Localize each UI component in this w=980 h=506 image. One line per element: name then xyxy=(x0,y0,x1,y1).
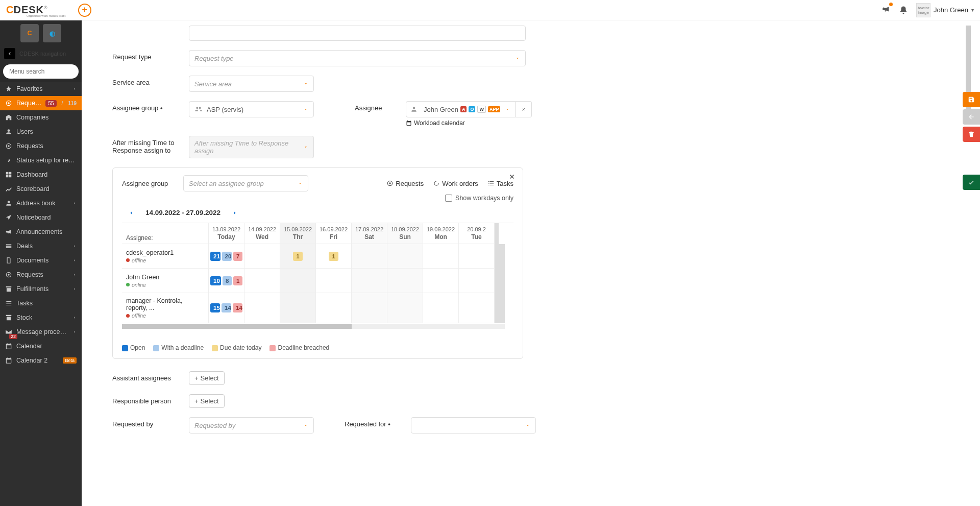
workload-chip[interactable]: 15 xyxy=(210,303,220,312)
chevron-right-icon xyxy=(72,316,77,320)
sidebar-item-calendar[interactable]: Calendar xyxy=(0,339,82,353)
cal-cell[interactable] xyxy=(244,244,280,269)
sidebar-item-requests[interactable]: Requests xyxy=(0,139,82,153)
back-button[interactable] xyxy=(963,109,980,125)
show-workdays-checkbox[interactable]: Show workdays only xyxy=(445,195,513,202)
sidebar-item-message-processing[interactable]: Message processing22 xyxy=(0,325,82,339)
cal-cell[interactable] xyxy=(459,269,495,293)
cal-cell[interactable] xyxy=(423,269,459,293)
sidebar-item-address-book[interactable]: Address book xyxy=(0,196,82,210)
workload-chip[interactable]: 10 xyxy=(210,276,221,285)
request-type-select[interactable]: Request type xyxy=(189,50,526,66)
cal-cell[interactable] xyxy=(244,269,280,293)
sidebar-item-users[interactable]: Users xyxy=(0,125,82,139)
cal-cell[interactable] xyxy=(423,244,459,269)
sidebar-item-calendar-2[interactable]: Calendar 2Beta xyxy=(0,353,82,368)
chevron-right-icon xyxy=(72,201,77,205)
menu-search-input[interactable] xyxy=(3,64,79,79)
cal-row-label: manager - Kontrola, reporty, ...offline xyxy=(122,293,209,323)
cal-workorders-link[interactable]: Work orders xyxy=(433,180,478,187)
requested-by-select[interactable]: Requested by xyxy=(189,417,314,433)
cal-cell[interactable]: 1 xyxy=(316,244,352,269)
cal-vscroll[interactable] xyxy=(495,293,505,323)
cal-assignee-group-select[interactable]: Select an assignee group xyxy=(183,175,308,191)
cal-vscroll[interactable] xyxy=(495,223,499,244)
workload-chip[interactable]: 14 xyxy=(222,303,231,312)
target-icon xyxy=(386,180,394,187)
workload-chip[interactable]: 7 xyxy=(233,252,242,261)
prev-week-button[interactable] xyxy=(128,210,134,216)
workload-chip[interactable]: 20 xyxy=(222,252,232,261)
cal-cell[interactable]: 151414 xyxy=(209,293,244,323)
workload-chip[interactable]: 14 xyxy=(233,303,242,312)
assistant-select-button[interactable]: +Select xyxy=(189,371,225,385)
top-empty-field[interactable] xyxy=(189,26,526,41)
workload-chip[interactable]: 8 xyxy=(223,276,232,285)
cal-requests-link[interactable]: Requests xyxy=(386,180,424,187)
cal-cell[interactable] xyxy=(352,244,387,269)
cal-cell[interactable] xyxy=(387,293,423,323)
sidebar-item-dashboard[interactable]: Dashboard xyxy=(0,167,82,182)
next-week-button[interactable] xyxy=(232,210,238,216)
assignee-select[interactable]: John Green A O W APP xyxy=(406,101,516,117)
cal-cell[interactable] xyxy=(280,293,316,323)
clear-assignee-button[interactable] xyxy=(516,101,532,117)
sidebar-item-companies[interactable]: Companies xyxy=(0,110,82,125)
sidebar-item-announcements[interactable]: Announcements xyxy=(0,225,82,239)
bell-icon[interactable] xyxy=(899,6,908,15)
app-c-button[interactable]: C xyxy=(20,24,39,42)
cal-cell[interactable]: 1 xyxy=(280,244,316,269)
sidebar-item-scoreboard[interactable]: Scoreboard xyxy=(0,182,82,196)
user-menu[interactable]: Avatar image John Green ▾ xyxy=(916,3,974,17)
after-missing-select[interactable]: After missing Time to Response assign xyxy=(189,136,314,158)
cal-vscroll[interactable] xyxy=(495,269,505,293)
requested-for-select[interactable] xyxy=(411,417,536,433)
delete-button[interactable] xyxy=(963,127,980,142)
sidebar-item-documents[interactable]: Documents xyxy=(0,253,82,268)
sidebar-item-stock[interactable]: Stock xyxy=(0,310,82,325)
cal-column-header: 19.09.2022Mon xyxy=(423,223,459,244)
sidebar-item-status-setup-for-request[interactable]: Status setup for request xyxy=(0,153,82,167)
confirm-button[interactable] xyxy=(963,175,980,190)
collapse-sidebar-button[interactable] xyxy=(4,48,15,59)
workload-chip[interactable]: 1 xyxy=(233,276,242,285)
service-area-select[interactable]: Service area xyxy=(189,76,314,92)
cal-cell[interactable] xyxy=(316,293,352,323)
workload-chip[interactable]: 1 xyxy=(329,252,338,261)
cal-cell[interactable]: 1081 xyxy=(209,269,244,293)
add-button[interactable]: + xyxy=(78,4,91,17)
responsible-select-button[interactable]: +Select xyxy=(189,394,225,408)
cal-cell[interactable] xyxy=(387,269,423,293)
cal-cell[interactable] xyxy=(459,293,495,323)
cal-cell[interactable] xyxy=(280,269,316,293)
announcements-icon[interactable] xyxy=(881,5,891,16)
sidebar-item-requests[interactable]: Requests55/119 xyxy=(0,96,82,110)
app-o-button[interactable]: ◐ xyxy=(43,24,61,42)
cal-cell[interactable] xyxy=(352,293,387,323)
cal-cell[interactable] xyxy=(244,293,280,323)
sidebar-item-label: Companies xyxy=(16,114,77,121)
cal-hscroll[interactable] xyxy=(122,324,505,329)
cal-cell[interactable] xyxy=(352,269,387,293)
assignee-group-select[interactable]: ASP (servis) xyxy=(189,101,314,117)
cal-row-label: John Greenonline xyxy=(122,269,209,293)
sidebar-item-favorites[interactable]: Favorites xyxy=(0,82,82,96)
cal-vscroll[interactable] xyxy=(495,244,505,269)
cal-cell[interactable] xyxy=(459,244,495,269)
cal-cell[interactable] xyxy=(316,269,352,293)
sidebar-item-fulfillments[interactable]: Fulfillments xyxy=(0,282,82,296)
workload-chip[interactable]: 21 xyxy=(210,252,220,261)
cal-cell[interactable] xyxy=(387,244,423,269)
cal-cell[interactable] xyxy=(423,293,459,323)
cal-cell[interactable]: 21207 xyxy=(209,244,244,269)
sidebar-item-label: Message processing xyxy=(16,328,68,335)
sidebar-item-tasks[interactable]: Tasks xyxy=(0,296,82,310)
workload-chip[interactable]: 1 xyxy=(293,252,302,261)
save-button[interactable] xyxy=(963,92,980,107)
sidebar-item-noticeboard[interactable]: Noticeboard xyxy=(0,210,82,225)
close-calendar-button[interactable] xyxy=(508,173,517,181)
sidebar-item-requests[interactable]: Requests xyxy=(0,268,82,282)
sidebar-item-deals[interactable]: Deals xyxy=(0,239,82,253)
workload-calendar-link[interactable]: Workload calendar xyxy=(406,119,532,127)
requested-by-label: Requested by xyxy=(112,417,179,428)
